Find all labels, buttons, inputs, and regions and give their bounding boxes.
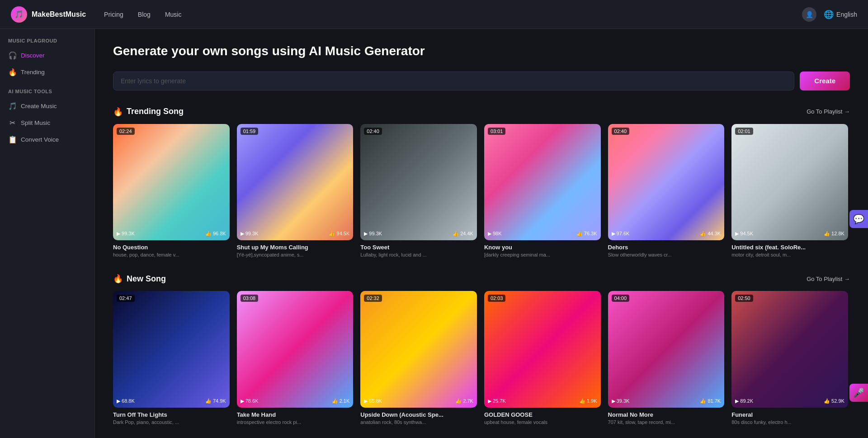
card-stats: ▶ 98K 👍 76.3K: [488, 231, 597, 237]
card-title: Take Me Hand: [237, 411, 354, 418]
card-plays: ▶ 99.3K: [117, 231, 135, 237]
card-stats: ▶ 68.8K 👍 74.9K: [117, 398, 226, 404]
logo-icon: 🎵: [11, 6, 27, 23]
search-row: Create: [113, 71, 850, 90]
sidebar-item-discover[interactable]: 🎧 Discover: [0, 47, 94, 64]
card-thumbnail: 04:00 ▶ 39.3K 👍 81.7K: [608, 291, 725, 408]
music-card-dehors[interactable]: 02:40 ▶ 97.6K 👍 44.3K Dehors Slow otherw…: [608, 124, 725, 258]
user-avatar[interactable]: 👤: [802, 7, 816, 22]
nav-pricing[interactable]: Pricing: [104, 11, 123, 18]
card-plays: ▶ 99.3K: [364, 231, 382, 237]
nav-music[interactable]: Music: [165, 11, 182, 18]
card-title: No Question: [113, 244, 230, 251]
card-desc: upbeat house, female vocals: [484, 419, 601, 425]
music-card-turn-off-lights[interactable]: 02:47 ▶ 68.8K 👍 74.9K Turn Off The Light…: [113, 291, 230, 425]
card-plays: ▶ 99.3K: [241, 231, 259, 237]
nav-blog[interactable]: Blog: [138, 11, 151, 18]
music-card-normal-no-more[interactable]: 04:00 ▶ 39.3K 👍 81.7K Normal No More 707…: [608, 291, 725, 425]
language-label: English: [836, 11, 857, 18]
sidebar-item-trending-label: Trending: [21, 69, 45, 76]
card-likes: 👍 52.9K: [824, 398, 844, 404]
trending-section-header: 🔥 Trending Song Go To Playlist →: [113, 107, 850, 117]
card-desc: motor city, detroit soul, m...: [731, 252, 848, 257]
chat-icon: 💬: [853, 214, 864, 224]
music-card-know-you[interactable]: 03:01 ▶ 98K 👍 76.3K Know you [darkly cre…: [484, 124, 601, 258]
card-duration: 04:00: [612, 295, 630, 302]
card-desc: 707 kit, slow, tape record, mi...: [608, 419, 725, 425]
card-desc: 80s disco funky, electro h...: [731, 419, 848, 425]
top-nav: 🎵 MakeBestMusic Pricing Blog Music 👤 🌐 E…: [0, 0, 868, 29]
new-cards-row: 02:47 ▶ 68.8K 👍 74.9K Turn Off The Light…: [113, 291, 850, 425]
card-desc: [Yé-yé],syncopated anime, s...: [237, 252, 354, 257]
user-bubble-icon: 🎤: [853, 388, 864, 398]
card-likes: 👍 81.7K: [700, 398, 721, 404]
user-action-bubble[interactable]: 🎤: [849, 384, 868, 402]
music-card-upside-down[interactable]: 02:32 ▶ 65.8K 👍 2.7K Upside Down (Acoust…: [360, 291, 477, 425]
music-card-funeral[interactable]: 02:50 ▶ 89.2K 👍 52.9K Funeral 80s disco …: [731, 291, 848, 425]
card-plays: ▶ 97.6K: [612, 231, 630, 237]
card-thumbnail: 02:40 ▶ 97.6K 👍 44.3K: [608, 124, 725, 241]
music-card-shut-up[interactable]: 01:59 ▶ 99.3K 👍 94.5K Shut up My Moms Ca…: [237, 124, 354, 258]
card-plays: ▶ 98K: [488, 231, 502, 237]
card-duration: 02:24: [117, 128, 135, 135]
card-likes: 👍 96.8K: [205, 231, 226, 237]
card-plays: ▶ 39.3K: [612, 398, 630, 404]
sidebar-item-split-music-label: Split Music: [21, 119, 50, 126]
music-card-too-sweet[interactable]: 02:40 ▶ 99.3K 👍 24.4K Too Sweet Lullaby,…: [360, 124, 477, 258]
lyrics-input[interactable]: [113, 71, 794, 90]
card-duration: 01:59: [241, 128, 259, 135]
create-button[interactable]: Create: [800, 71, 850, 90]
new-title: 🔥 New Song: [113, 274, 166, 284]
card-likes: 👍 74.9K: [205, 398, 226, 404]
card-title: Too Sweet: [360, 244, 477, 251]
card-thumbnail: 03:08 ▶ 78.6K 👍 2.1K: [237, 291, 354, 408]
card-stats: ▶ 97.6K 👍 44.3K: [612, 231, 721, 237]
brand-name: MakeBestMusic: [32, 10, 86, 19]
sidebar-item-trending[interactable]: 🔥 Trending: [0, 64, 94, 81]
card-duration: 02:40: [364, 128, 382, 135]
new-section-header: 🔥 New Song Go To Playlist →: [113, 274, 850, 284]
card-thumbnail: 02:01 ▶ 94.5K 👍 12.8K: [731, 124, 848, 241]
new-go-to-playlist[interactable]: Go To Playlist →: [807, 276, 850, 282]
card-thumbnail: 02:50 ▶ 89.2K 👍 52.9K: [731, 291, 848, 408]
sidebar-item-split-music[interactable]: ✂ Split Music: [0, 114, 94, 131]
trending-title: 🔥 Trending Song: [113, 107, 184, 117]
sidebar-item-convert-voice[interactable]: 📋 Convert Voice: [0, 131, 94, 148]
card-plays: ▶ 89.2K: [735, 398, 753, 404]
sidebar-tools-title: AI Music Tools: [0, 89, 94, 98]
card-likes: 👍 1.9K: [579, 398, 597, 404]
card-desc: [darkly creeping seminal ma...: [484, 252, 601, 257]
sidebar-item-create-music-label: Create Music: [21, 103, 57, 110]
discover-icon: 🎧: [8, 51, 16, 60]
sidebar-item-discover-label: Discover: [21, 52, 45, 59]
card-desc: Dark Pop, piano, accoustic, ...: [113, 419, 230, 425]
card-stats: ▶ 78.6K 👍 2.1K: [241, 398, 350, 404]
card-duration: 02:47: [117, 295, 135, 302]
trending-go-to-playlist[interactable]: Go To Playlist →: [807, 108, 850, 115]
card-desc: introspective electro rock pi...: [237, 419, 354, 425]
language-selector[interactable]: 🌐 English: [824, 10, 857, 19]
music-card-no-question[interactable]: 02:24 ▶ 99.3K 👍 96.8K No Question house,…: [113, 124, 230, 258]
chat-bubble[interactable]: 💬: [849, 210, 868, 228]
main-content: Generate your own songs using AI Music G…: [95, 29, 868, 438]
music-card-golden-goose[interactable]: 02:03 ▶ 25.7K 👍 1.9K GOLDEN GOOSE upbeat…: [484, 291, 601, 425]
logo[interactable]: 🎵 MakeBestMusic: [11, 6, 86, 23]
sidebar-item-create-music[interactable]: 🎵 Create Music: [0, 98, 94, 114]
card-desc: Lullaby, light rock, lucid and ...: [360, 252, 477, 257]
card-plays: ▶ 65.8K: [364, 398, 382, 404]
card-title: Untitled six (feat. SoloRe...: [731, 244, 848, 251]
nav-right: 👤 🌐 English: [802, 7, 857, 22]
card-duration: 02:32: [364, 295, 382, 302]
card-plays: ▶ 94.5K: [735, 231, 753, 237]
card-plays: ▶ 78.6K: [241, 398, 259, 404]
trending-cards-row: 02:24 ▶ 99.3K 👍 96.8K No Question house,…: [113, 124, 850, 258]
music-card-take-me-hand[interactable]: 03:08 ▶ 78.6K 👍 2.1K Take Me Hand intros…: [237, 291, 354, 425]
card-stats: ▶ 39.3K 👍 81.7K: [612, 398, 721, 404]
card-title: GOLDEN GOOSE: [484, 411, 601, 418]
music-card-untitled-six[interactable]: 02:01 ▶ 94.5K 👍 12.8K Untitled six (feat…: [731, 124, 848, 258]
sidebar-playground-title: Music Plagroud: [0, 38, 94, 47]
new-fire-icon: 🔥: [113, 274, 123, 284]
card-duration: 02:40: [612, 128, 630, 135]
card-desc: anatolian rock, 80s synthwa...: [360, 419, 477, 425]
new-title-text: New Song: [127, 274, 166, 284]
